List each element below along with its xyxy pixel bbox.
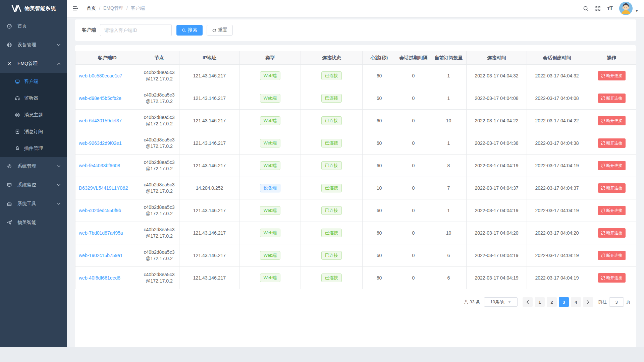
reset-button[interactable]: 重置 <box>207 25 233 36</box>
disconnect-button[interactable]: 断开连接 <box>598 161 626 170</box>
cell-create-time: 2022-03-17 04:04:37 <box>527 177 587 199</box>
chevron-down-icon <box>57 203 60 205</box>
cell-client-id: web-b0c580ecae1c7 <box>75 65 139 87</box>
client-id-link[interactable]: web-fe4c033bf6608 <box>79 163 120 168</box>
sidebar-item-monitor[interactable]: 系统监控 <box>0 176 67 194</box>
disconnect-button[interactable]: 断开连接 <box>598 273 626 283</box>
cell-heartbeat: 60 <box>363 87 396 110</box>
page-button-3-active[interactable]: 3 <box>559 297 569 307</box>
cell-heartbeat: 60 <box>363 155 396 177</box>
disconnect-button[interactable]: 断开连接 <box>598 71 626 80</box>
status-badge: 已连接 <box>321 206 342 215</box>
client-id-link[interactable]: web-40f6df661eed8 <box>79 275 120 281</box>
sidebar: 物美智能系统 首页 设备管理 EMQ管理 客户端 监听器 <box>0 0 67 347</box>
disconnect-button[interactable]: 断开连接 <box>598 251 626 260</box>
cell-client-id: D6329VL54419L1Y0&2 <box>75 177 139 199</box>
cell-status: 已连接 <box>301 132 363 155</box>
status-badge: 已连接 <box>321 116 342 125</box>
sidebar-item-plugin[interactable]: 插件管理 <box>0 140 67 157</box>
page-size-select[interactable]: 10条/页 ▼ <box>484 297 518 307</box>
send-icon <box>7 220 12 225</box>
sidebar-item-listener[interactable]: 监听器 <box>0 90 67 107</box>
font-size-button[interactable]: тT <box>604 0 616 17</box>
broken-link-icon <box>601 96 605 100</box>
user-menu[interactable]: ▼ <box>619 2 639 15</box>
search-button[interactable] <box>580 0 592 17</box>
avatar <box>619 2 633 15</box>
cell-create-time: 2022-03-17 04:04:22 <box>527 110 587 132</box>
disconnect-button[interactable]: 断开连接 <box>598 94 626 103</box>
client-id-link[interactable]: web-7bd01d87a495a <box>79 230 123 236</box>
broken-link-icon <box>601 164 605 168</box>
sidebar-item-subscribe[interactable]: 消息订阅 <box>0 123 67 140</box>
cell-actions: 断开连接 <box>587 110 636 132</box>
sidebar-item-client[interactable]: 客户端 <box>0 73 67 90</box>
cell-create-time: 2022-03-17 04:04:20 <box>527 222 587 244</box>
client-id-link[interactable]: web-9263d2d9f02e1 <box>79 140 122 146</box>
sidebar-item-wumei[interactable]: 物美智能 <box>0 213 67 232</box>
cell-node: c40b2d8ea5c3@172.17.0.2 <box>139 222 179 244</box>
cell-client-id: web-d98e45b5cfb2e <box>75 87 139 110</box>
cell-type: Web端 <box>240 87 301 110</box>
sidebar-toggle-button[interactable] <box>67 0 84 17</box>
cell-node: c40b2d8ea5c3@172.17.0.2 <box>139 132 179 155</box>
disconnect-button[interactable]: 断开连接 <box>598 206 626 215</box>
sidebar-item-emq[interactable]: EMQ管理 <box>0 54 67 73</box>
prev-page-button[interactable] <box>523 297 533 307</box>
sidebar-item-device[interactable]: 设备管理 <box>0 36 67 54</box>
sidebar-item-home[interactable]: 首页 <box>0 17 67 36</box>
disconnect-button[interactable]: 断开连接 <box>598 116 626 125</box>
page-button-1[interactable]: 1 <box>535 297 545 307</box>
search-submit-button[interactable]: 搜索 <box>176 25 203 36</box>
broken-link-icon <box>601 208 605 213</box>
cell-client-id: web-40f6df661eed8 <box>75 267 139 289</box>
table-row: web-6d430159def37 c40b2d8ea5c3@172.17.0.… <box>75 110 636 132</box>
client-id-link[interactable]: web-d98e45b5cfb2e <box>79 96 121 101</box>
cell-expiry: 0 <box>396 222 431 244</box>
breadcrumb-home[interactable]: 首页 <box>87 5 96 11</box>
client-id-link[interactable]: D6329VL54419L1Y0&2 <box>79 185 128 191</box>
sidebar-item-topic[interactable]: 消息主题 <box>0 107 67 123</box>
cell-connect-time: 2022-03-17 04:04:08 <box>467 87 527 110</box>
table-row: web-1902c15b759a1 c40b2d8ea5c3@172.17.0.… <box>75 244 636 267</box>
cell-ip: 121.43.146.217 <box>179 155 240 177</box>
sidebar-item-system[interactable]: 系统管理 <box>0 157 67 176</box>
col-ip: IP地址 <box>179 51 240 65</box>
cell-expiry: 0 <box>396 267 431 289</box>
cell-create-time: 2022-03-17 04:04:32 <box>527 65 587 87</box>
chevron-right-icon <box>587 300 589 304</box>
client-id-link[interactable]: web-1902c15b759a1 <box>79 253 123 258</box>
page-button-4[interactable]: 4 <box>571 297 581 307</box>
cell-type: Web端 <box>240 155 301 177</box>
cell-subs: 1 <box>431 65 467 87</box>
cell-actions: 断开连接 <box>587 87 636 110</box>
cell-create-time: 2022-03-17 04:04:19 <box>527 244 587 267</box>
broken-link-icon <box>601 231 605 235</box>
refresh-icon <box>212 28 216 33</box>
fullscreen-button[interactable] <box>592 0 604 17</box>
cell-actions: 断开连接 <box>587 177 636 199</box>
cell-connect-time: 2022-03-17 04:04:37 <box>467 177 527 199</box>
client-id-link[interactable]: web-c02dedc550f9b <box>79 208 121 213</box>
breadcrumb-client: 客户端 <box>131 5 145 11</box>
client-id-link[interactable]: web-6d430159def37 <box>79 118 122 123</box>
client-id-link[interactable]: web-b0c580ecae1c7 <box>79 73 122 78</box>
status-badge: 已连接 <box>321 94 342 103</box>
cell-client-id: web-9263d2d9f02e1 <box>75 132 139 155</box>
disconnect-button[interactable]: 断开连接 <box>598 228 626 238</box>
search-icon <box>583 5 589 12</box>
client-id-input[interactable] <box>100 24 172 36</box>
cell-actions: 断开连接 <box>587 132 636 155</box>
table-header-row: 客户端ID 节点 IP地址 类型 连接状态 心跳(秒) 会话过期间隔 当前订阅数… <box>75 51 636 65</box>
next-page-button[interactable] <box>583 297 593 307</box>
disconnect-button[interactable]: 断开连接 <box>598 183 626 193</box>
status-badge: 已连接 <box>321 184 342 192</box>
broken-link-icon <box>601 276 605 280</box>
sidebar-item-tools[interactable]: 系统工具 <box>0 194 67 213</box>
goto-page-input[interactable] <box>609 297 624 307</box>
cell-expiry: 0 <box>396 177 431 199</box>
page-button-2[interactable]: 2 <box>547 297 557 307</box>
cell-node: c40b2d8ea5c3@172.17.0.2 <box>139 87 179 110</box>
disconnect-button[interactable]: 断开连接 <box>598 138 626 148</box>
col-create-time: 会话创建时间 <box>527 51 587 65</box>
